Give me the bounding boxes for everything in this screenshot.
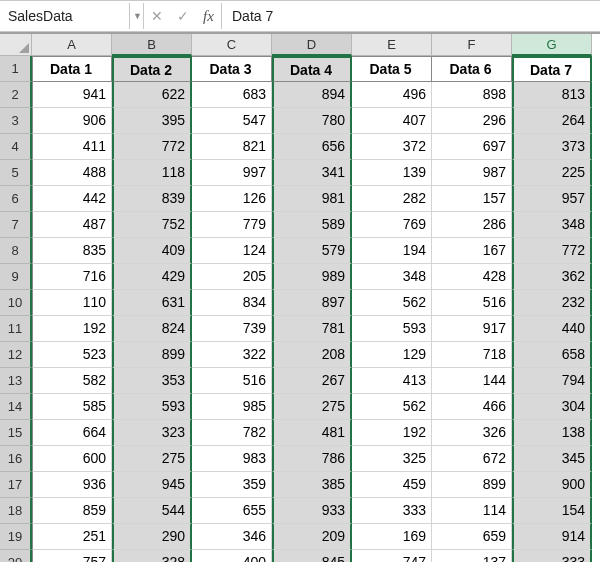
row-header-7[interactable]: 7 <box>0 212 32 238</box>
cell-E5[interactable]: 139 <box>352 160 432 186</box>
cell-C18[interactable]: 655 <box>192 498 272 524</box>
cell-F4[interactable]: 697 <box>432 134 512 160</box>
row-header-15[interactable]: 15 <box>0 420 32 446</box>
column-header-D[interactable]: D <box>272 34 352 56</box>
column-header-A[interactable]: A <box>32 34 112 56</box>
cell-B11[interactable]: 824 <box>112 316 192 342</box>
row-header-18[interactable]: 18 <box>0 498 32 524</box>
cell-A20[interactable]: 757 <box>32 550 112 562</box>
cell-B4[interactable]: 772 <box>112 134 192 160</box>
cell-D17[interactable]: 385 <box>272 472 352 498</box>
cell-D11[interactable]: 781 <box>272 316 352 342</box>
cell-E17[interactable]: 459 <box>352 472 432 498</box>
row-header-8[interactable]: 8 <box>0 238 32 264</box>
row-header-14[interactable]: 14 <box>0 394 32 420</box>
cell-G18[interactable]: 154 <box>512 498 592 524</box>
cell-A5[interactable]: 488 <box>32 160 112 186</box>
cell-A14[interactable]: 585 <box>32 394 112 420</box>
cell-C13[interactable]: 516 <box>192 368 272 394</box>
row-header-2[interactable]: 2 <box>0 82 32 108</box>
fx-icon[interactable]: fx <box>196 3 222 29</box>
cell-E19[interactable]: 169 <box>352 524 432 550</box>
cell-F19[interactable]: 659 <box>432 524 512 550</box>
cell-B15[interactable]: 323 <box>112 420 192 446</box>
cell-C19[interactable]: 346 <box>192 524 272 550</box>
cell-C7[interactable]: 779 <box>192 212 272 238</box>
cell-B6[interactable]: 839 <box>112 186 192 212</box>
cell-B8[interactable]: 409 <box>112 238 192 264</box>
cell-G15[interactable]: 138 <box>512 420 592 446</box>
cell-A2[interactable]: 941 <box>32 82 112 108</box>
cell-F8[interactable]: 167 <box>432 238 512 264</box>
cell-A1[interactable]: Data 1 <box>32 56 112 82</box>
cell-G2[interactable]: 813 <box>512 82 592 108</box>
cell-G13[interactable]: 794 <box>512 368 592 394</box>
column-header-G[interactable]: G <box>512 34 592 56</box>
cell-A16[interactable]: 600 <box>32 446 112 472</box>
cell-C10[interactable]: 834 <box>192 290 272 316</box>
cell-C6[interactable]: 126 <box>192 186 272 212</box>
cell-E15[interactable]: 192 <box>352 420 432 446</box>
cell-G9[interactable]: 362 <box>512 264 592 290</box>
cell-A13[interactable]: 582 <box>32 368 112 394</box>
cell-C17[interactable]: 359 <box>192 472 272 498</box>
cell-G8[interactable]: 772 <box>512 238 592 264</box>
cancel-icon[interactable]: ✕ <box>144 3 170 29</box>
cell-B19[interactable]: 290 <box>112 524 192 550</box>
cell-C15[interactable]: 782 <box>192 420 272 446</box>
cell-E18[interactable]: 333 <box>352 498 432 524</box>
cell-A10[interactable]: 110 <box>32 290 112 316</box>
row-header-13[interactable]: 13 <box>0 368 32 394</box>
column-header-E[interactable]: E <box>352 34 432 56</box>
cell-C8[interactable]: 124 <box>192 238 272 264</box>
cell-D1[interactable]: Data 4 <box>272 56 352 82</box>
cell-F15[interactable]: 326 <box>432 420 512 446</box>
cell-F12[interactable]: 718 <box>432 342 512 368</box>
row-header-3[interactable]: 3 <box>0 108 32 134</box>
cell-G14[interactable]: 304 <box>512 394 592 420</box>
cell-A6[interactable]: 442 <box>32 186 112 212</box>
cell-E20[interactable]: 747 <box>352 550 432 562</box>
cell-A19[interactable]: 251 <box>32 524 112 550</box>
cell-G4[interactable]: 373 <box>512 134 592 160</box>
cell-B1[interactable]: Data 2 <box>112 56 192 82</box>
cell-C4[interactable]: 821 <box>192 134 272 160</box>
cell-G19[interactable]: 914 <box>512 524 592 550</box>
cell-D18[interactable]: 933 <box>272 498 352 524</box>
cell-E9[interactable]: 348 <box>352 264 432 290</box>
cell-C1[interactable]: Data 3 <box>192 56 272 82</box>
cell-C20[interactable]: 400 <box>192 550 272 562</box>
cell-C9[interactable]: 205 <box>192 264 272 290</box>
column-header-F[interactable]: F <box>432 34 512 56</box>
cell-D16[interactable]: 786 <box>272 446 352 472</box>
formula-input[interactable] <box>222 3 600 29</box>
cell-F6[interactable]: 157 <box>432 186 512 212</box>
cell-F17[interactable]: 899 <box>432 472 512 498</box>
cell-A7[interactable]: 487 <box>32 212 112 238</box>
cell-E12[interactable]: 129 <box>352 342 432 368</box>
cell-D10[interactable]: 897 <box>272 290 352 316</box>
cell-D5[interactable]: 341 <box>272 160 352 186</box>
name-box[interactable] <box>0 3 130 29</box>
cell-G17[interactable]: 900 <box>512 472 592 498</box>
cell-E8[interactable]: 194 <box>352 238 432 264</box>
cell-E13[interactable]: 413 <box>352 368 432 394</box>
cell-A17[interactable]: 936 <box>32 472 112 498</box>
cell-F1[interactable]: Data 6 <box>432 56 512 82</box>
cell-A8[interactable]: 835 <box>32 238 112 264</box>
cell-G5[interactable]: 225 <box>512 160 592 186</box>
cell-C12[interactable]: 322 <box>192 342 272 368</box>
cell-E2[interactable]: 496 <box>352 82 432 108</box>
cell-C16[interactable]: 983 <box>192 446 272 472</box>
cell-D2[interactable]: 894 <box>272 82 352 108</box>
cell-G12[interactable]: 658 <box>512 342 592 368</box>
cell-F16[interactable]: 672 <box>432 446 512 472</box>
row-header-10[interactable]: 10 <box>0 290 32 316</box>
row-header-16[interactable]: 16 <box>0 446 32 472</box>
cell-A4[interactable]: 411 <box>32 134 112 160</box>
cell-C5[interactable]: 997 <box>192 160 272 186</box>
row-header-5[interactable]: 5 <box>0 160 32 186</box>
row-header-17[interactable]: 17 <box>0 472 32 498</box>
cell-C14[interactable]: 985 <box>192 394 272 420</box>
cell-F11[interactable]: 917 <box>432 316 512 342</box>
